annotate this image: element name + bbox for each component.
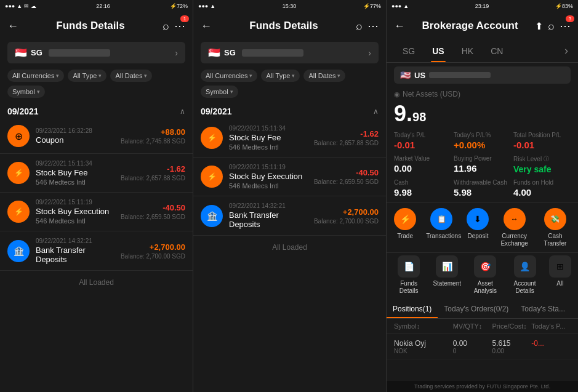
filter-symbol-label-2: Symbol <box>206 88 228 95</box>
stat-value: 5.98 <box>454 187 511 198</box>
tx-amount: -1.62 <box>121 164 185 174</box>
filter-symbol-2[interactable]: Symbol ▾ <box>201 86 238 98</box>
td-symbol: Nokia Oyj NOK <box>394 339 453 354</box>
header-1: ← Funds Details ⌕ ⋯ 1 <box>0 12 193 39</box>
tx-balance: Balance: 2,659.50 SGD <box>314 178 379 185</box>
tab-cn[interactable]: CN <box>482 40 512 62</box>
action-transactions-label: Transactions <box>426 233 457 240</box>
more-icon-2[interactable]: ⋯ <box>367 19 379 33</box>
currency-exchange-icon: ↔ <box>504 208 526 230</box>
transaction-item[interactable]: ⚡ 09/22/2021 15:11:34 Stock Buy Fee 546 … <box>0 154 193 193</box>
account-selector-1[interactable]: 🇸🇬 SG › <box>7 42 185 63</box>
filter-type-arrow-1: ▾ <box>98 73 102 79</box>
search-icon-3[interactable]: ⌕ <box>548 20 555 33</box>
tx-datetime: 09/23/2021 16:32:28 <box>36 127 114 134</box>
status-left-2: ●●● ▲ <box>198 3 215 9</box>
filter-currencies-1[interactable]: All Currencies ▾ <box>7 70 64 82</box>
action-transactions[interactable]: 📋 Transactions <box>426 208 457 247</box>
filter-symbol-arrow-2: ▾ <box>230 89 233 95</box>
tx-title: Bank Transfer Deposits <box>229 210 308 229</box>
stat-label: Buying Power <box>454 155 511 162</box>
section-chevron-1[interactable]: ∧ <box>180 107 185 116</box>
action-funds-details[interactable]: 📄 Funds Details <box>393 255 424 295</box>
search-icon-1[interactable]: ⌕ <box>163 20 169 33</box>
stat-label: Today's P/L% <box>454 132 511 138</box>
tx-amount: -1.62 <box>314 129 379 138</box>
back-button-3[interactable]: ← <box>394 20 405 33</box>
transaction-item[interactable]: ⚡ 09/22/2021 15:11:19 Stock Buy Executio… <box>0 193 193 231</box>
stat-buying-power: Buying Power 11.96 <box>454 155 511 174</box>
action-all[interactable]: ⊞ All <box>549 255 571 295</box>
more-button-1[interactable]: ⋯ 1 <box>174 19 185 33</box>
tab-todays-stats[interactable]: Today's Sta... <box>515 300 571 318</box>
action-currency-exchange[interactable]: ↔ Currency Exchange <box>499 208 530 247</box>
filter-symbol-label-1: Symbol <box>12 88 35 95</box>
filter-symbol-1[interactable]: Symbol ▾ <box>7 86 45 98</box>
time-display-3: 23:19 <box>475 3 489 9</box>
action-currency-exchange-label: Currency Exchange <box>499 233 530 247</box>
action-account-details-label: Account Details <box>510 280 540 295</box>
th-mv-qty[interactable]: MV/QTY↕ <box>453 322 492 330</box>
action-cash-transfer[interactable]: 💸 Cash Transfer <box>540 208 571 247</box>
transaction-item[interactable]: ⊕ 09/23/2021 16:32:28 Coupon +88.00 Bala… <box>0 119 193 154</box>
share-icon-3[interactable]: ⬆ <box>535 20 543 32</box>
page-title-1: Funds Details <box>23 20 158 32</box>
transaction-item[interactable]: 🏦 09/22/2021 14:32:21 Bank Transfer Depo… <box>193 196 386 236</box>
search-icon-2[interactable]: ⌕ <box>356 20 363 33</box>
stat-market-value: Market Value 0.00 <box>394 155 451 174</box>
tx-content: 09/22/2021 15:11:19 Stock Buy Execution … <box>36 199 114 225</box>
back-button-2[interactable]: ← <box>201 20 212 33</box>
tx-right: -40.50 Balance: 2,659.50 SGD <box>121 203 185 220</box>
tab-positions[interactable]: Positions(1) <box>387 300 438 318</box>
more-button-3[interactable]: ⋯ 3 <box>560 19 571 33</box>
tab-us[interactable]: US <box>423 40 452 62</box>
tx-balance: Balance: 2,700.00 SGD <box>314 218 379 225</box>
filter-dates-2[interactable]: All Dates ▾ <box>303 70 345 82</box>
tab-hk[interactable]: HK <box>453 40 482 62</box>
stat-value: Very safe <box>513 164 571 174</box>
back-button-1[interactable]: ← <box>7 20 18 33</box>
filter-currencies-arrow-1: ▾ <box>56 73 59 79</box>
tab-todays-orders[interactable]: Today's Orders(0/2) <box>438 300 515 318</box>
actions-row-2: 📄 Funds Details 📊 Statement 🎯 Asset Anal… <box>387 252 578 297</box>
tab-todays-stats-label: Today's Sta... <box>521 305 565 313</box>
tx-title: Stock Buy Execution <box>36 207 114 216</box>
th-symbol[interactable]: Symbol↕ <box>394 322 453 330</box>
tx-datetime: 09/22/2021 14:32:21 <box>229 202 308 209</box>
net-assets-large: 9. <box>394 101 412 127</box>
action-asset-analysis-label: Asset Analysis <box>470 280 500 295</box>
tx-subtitle: 546 Medtecs Intl <box>229 182 308 190</box>
action-deposit[interactable]: ⬇ Deposit <box>467 208 489 247</box>
section-chevron-2[interactable]: ∧ <box>373 107 379 116</box>
action-account-details[interactable]: 👤 Account Details <box>510 255 540 295</box>
tx-right: +2,700.00 Balance: 2,700.00 SGD <box>121 242 185 260</box>
tab-chevron-icon[interactable]: › <box>562 39 571 62</box>
stock-exec-icon-2: ⚡ <box>201 166 223 188</box>
tx-datetime: 09/22/2021 15:11:19 <box>36 199 114 206</box>
all-loaded-2: All Loaded <box>193 236 386 259</box>
transaction-item[interactable]: 🏦 09/22/2021 14:32:21 Bank Transfer Depo… <box>0 231 193 271</box>
stat-cash: Cash 9.98 <box>394 179 451 198</box>
stat-todays-pl-pct: Today's P/L% +0.00% <box>454 132 511 150</box>
transaction-item[interactable]: ⚡ 09/22/2021 15:11:34 Stock Buy Fee 546 … <box>193 119 386 158</box>
footer-note: Trading services provided by FUTU Singap… <box>387 381 578 392</box>
table-row[interactable]: Nokia Oyj NOK 0.00 0 5.615 0.00 -0... <box>387 334 578 360</box>
th-price-cost[interactable]: Price/Cost↕ <box>492 322 531 330</box>
filter-dates-1[interactable]: All Dates ▾ <box>110 70 152 82</box>
filter-bar-2: All Currencies ▾ All Type ▾ All Dates ▾ … <box>193 66 386 102</box>
filter-type-arrow-2: ▾ <box>292 73 295 79</box>
us-account-selector[interactable]: 🇺🇸 US <box>394 66 571 84</box>
status-bar-1: ●●● ▲ ✉ ☁ 22:16 ⚡72% <box>0 0 193 12</box>
action-asset-analysis[interactable]: 🎯 Asset Analysis <box>470 255 500 295</box>
tab-sg[interactable]: SG <box>394 40 423 62</box>
filter-type-1[interactable]: All Type ▾ <box>68 70 106 82</box>
filter-currencies-2[interactable]: All Currencies ▾ <box>201 70 257 82</box>
account-selector-2[interactable]: 🇸🇬 SG › <box>201 42 379 63</box>
filter-type-2[interactable]: All Type ▾ <box>261 70 300 82</box>
action-statement[interactable]: 📊 Statement <box>433 255 461 295</box>
transaction-item[interactable]: ⚡ 09/22/2021 15:11:19 Stock Buy Executio… <box>193 158 386 196</box>
stat-funds-hold: Funds on Hold 4.00 <box>513 179 571 198</box>
section-header-2: 09/2021 ∧ <box>193 102 386 119</box>
action-trade[interactable]: ⚡ Trade <box>394 208 416 247</box>
th-today-p[interactable]: Today's P... <box>531 322 571 330</box>
